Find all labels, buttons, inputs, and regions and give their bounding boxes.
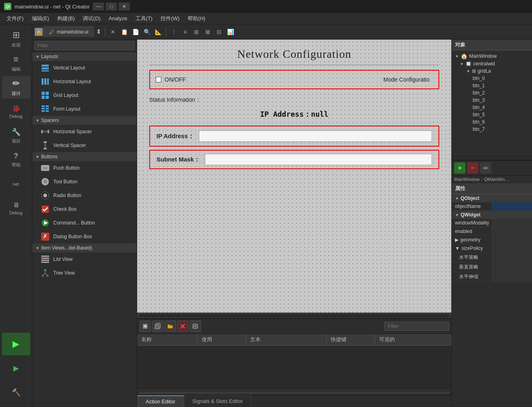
tree-item-btn6[interactable]: btn_6 [452, 118, 532, 126]
maximize-button[interactable]: □ [106, 2, 117, 10]
toolbar-copy[interactable]: 📋 [119, 27, 129, 37]
section-item-views[interactable]: ▼ Item Views...del-Based) [32, 243, 137, 252]
file-tab[interactable]: 🖊 mainwindow.ui [44, 27, 94, 37]
toolbar-chart[interactable]: 📊 [225, 27, 236, 37]
objectname-value[interactable] [492, 202, 532, 210]
sidebar-item-hammer[interactable]: 🔨 [2, 381, 30, 404]
canvas-background[interactable]: Network Configuration ON/OFF Mode Config… [137, 40, 451, 313]
svg-rect-3 [42, 78, 44, 85]
sidebar-item-help[interactable]: ? 帮助 [2, 149, 30, 171]
canvas-hscrollbar[interactable] [137, 313, 451, 318]
sidebar-item-project[interactable]: 🔧 项目 [2, 124, 30, 147]
toolbar-ruler[interactable]: 📐 [153, 27, 163, 37]
widget-radio-button[interactable]: Radio Button [32, 189, 137, 202]
menu-tools[interactable]: 工具(T) [132, 14, 156, 23]
menu-debug[interactable]: 调试(D) [79, 14, 104, 23]
widget-dialog-button[interactable]: ✗ Dialog Button Box [32, 230, 137, 243]
wm-value[interactable] [492, 219, 532, 227]
section-buttons[interactable]: ▼ Buttons [32, 152, 137, 161]
sizepolicy-value[interactable] [492, 244, 532, 252]
menu-analyze[interactable]: Analyze [105, 14, 130, 23]
toolbar-layout3[interactable]: ⊞ [191, 27, 202, 37]
widget-horizontal-layout[interactable]: Horizontal Layout [32, 75, 137, 88]
vertical-spacer-label: Vertical Spacer [53, 143, 86, 148]
action-open[interactable] [165, 321, 176, 332]
tree-item-btn4[interactable]: btn_4 [452, 104, 532, 111]
widget-push-button[interactable]: OK Push Button [32, 161, 137, 175]
tree-item-btn5[interactable]: btn_5 [452, 111, 532, 118]
menu-edit[interactable]: 编辑(E) [29, 14, 52, 23]
sidebar-item-net[interactable]: net [2, 173, 30, 195]
widget-vertical-spacer[interactable]: Vertical Spacer [32, 138, 137, 152]
object-header: 对象 [452, 40, 532, 50]
tree-item-gridla[interactable]: ▼ ⊞ gridLa [452, 67, 532, 75]
widget-form-layout[interactable]: Form Layout [32, 102, 137, 116]
widget-horizontal-spacer[interactable]: Horizontal Spacer [32, 125, 137, 138]
tree-item-btn0[interactable]: btn_0 [452, 75, 532, 82]
sidebar-item-debug[interactable]: 🐞 Debug [2, 100, 30, 123]
toolbar-layout5[interactable]: ⊟ [214, 27, 224, 37]
ip-input-field[interactable] [199, 130, 432, 142]
tree-item-btn2[interactable]: btn_2 [452, 89, 532, 97]
toolbar-new[interactable]: 📄 [130, 27, 141, 37]
qobject-section: ▼ QObject [452, 194, 532, 202]
widget-filter-input[interactable] [35, 41, 134, 50]
sidebar-item-run[interactable]: ▶ [2, 333, 30, 355]
tree-item-btn7[interactable]: btn_7 [452, 126, 532, 133]
spacers-label: Spacers [41, 117, 59, 123]
bottom-hscrollbar[interactable] [137, 390, 451, 395]
subnet-input-field[interactable] [205, 154, 432, 165]
menu-controls[interactable]: 控件(W) [157, 14, 183, 23]
widget-vertical-layout[interactable]: Vertical Layout [32, 61, 137, 75]
bottom-filter-input[interactable] [384, 322, 449, 331]
close-button[interactable]: ✕ [119, 2, 130, 10]
tree-hscrollbar[interactable] [452, 155, 532, 160]
section-layouts[interactable]: ▼ Layouts [32, 52, 137, 61]
project-icon: 🔧 [12, 128, 21, 136]
tree-item-btn3[interactable]: btn_3 [452, 97, 532, 104]
toolbar-layout1[interactable]: ⋮ [169, 27, 179, 37]
widget-tree-view[interactable]: Tree View [32, 266, 137, 280]
onoff-checkbox[interactable] [156, 77, 161, 82]
tab-signals-slots[interactable]: Signals & Slots Editor [184, 395, 251, 407]
widget-check-box[interactable]: Check Box [32, 202, 137, 216]
remove-action-btn[interactable]: − [467, 162, 478, 174]
menu-help[interactable]: 帮助(H) [184, 14, 209, 23]
action-delete[interactable] [177, 321, 188, 332]
tab-arrows[interactable]: ⬍ [94, 28, 102, 36]
menu-build[interactable]: 构建(B) [54, 14, 78, 23]
action-settings[interactable] [190, 321, 201, 332]
sidebar-item-build-run[interactable]: ▶ [2, 357, 30, 380]
sidebar-item-edit[interactable]: ≡ 编辑 [2, 52, 30, 74]
sidebar-item-design[interactable]: ✏ 设计 [2, 76, 30, 99]
menu-file[interactable]: 文件(F) [3, 14, 27, 23]
enabled-value[interactable] [492, 227, 532, 235]
tree-item-btn1[interactable]: btn_1 [452, 82, 532, 89]
sidebar-item-welcome[interactable]: ⊞ 欢迎 [2, 27, 30, 50]
toolbar-close[interactable]: ✕ [108, 27, 118, 37]
geometry-value[interactable] [492, 236, 532, 244]
minimize-button[interactable]: — [93, 2, 104, 10]
layouts-label: Layouts [41, 54, 58, 59]
section-spacers[interactable]: ▼ Spacers [32, 116, 137, 125]
add-action-btn[interactable]: + [454, 162, 465, 174]
vpolicy-value[interactable] [492, 262, 532, 272]
sidebar-item-debug2[interactable]: 🖥 Debug [2, 197, 30, 220]
tree-item-mainwindow[interactable]: ▼ 🏠 MainWindow [452, 52, 532, 60]
toolbar-layout2[interactable]: ≡ [180, 27, 190, 37]
action-new[interactable] [140, 321, 151, 332]
tree-item-centralwid[interactable]: ▼ 🔲 centralwid [452, 60, 532, 67]
tab-action-editor[interactable]: Action Editor [137, 395, 184, 407]
hstretch-value[interactable] [492, 272, 532, 281]
buttons-label: Buttons [41, 154, 58, 159]
action-copy[interactable] [152, 321, 163, 332]
widget-grid-layout[interactable]: Grid Layout [32, 88, 137, 102]
bottom-area: 名称 使用 文本 快捷键 可选的 Action E [137, 318, 451, 407]
hpolicy-value[interactable] [492, 253, 532, 262]
widget-command-button[interactable]: Command... Button [32, 216, 137, 230]
widget-list-view[interactable]: List View [32, 252, 137, 266]
widget-tool-button[interactable]: ⚙ Tool Button [32, 175, 137, 189]
toolbar-preview[interactable]: 🔍 [142, 27, 152, 37]
toolbar-layout4[interactable]: ⊠ [202, 27, 213, 37]
edit-action-btn[interactable]: ✏ [480, 162, 491, 174]
